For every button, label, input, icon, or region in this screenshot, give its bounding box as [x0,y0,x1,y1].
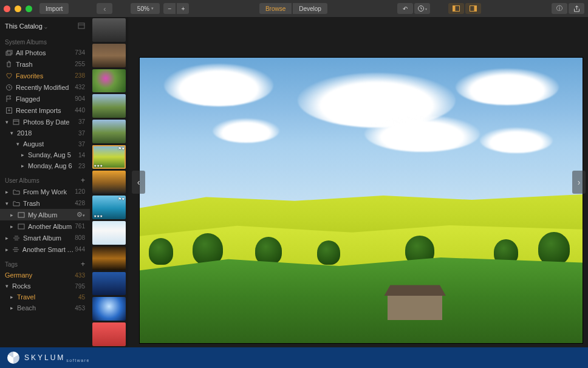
svg-rect-13 [18,213,24,217]
minimize-window[interactable] [15,5,21,12]
sidebar-item-year-2018[interactable]: ▾2018 37 [0,128,90,138]
svg-rect-14 [18,224,24,229]
thumbnail[interactable] [92,120,126,143]
back-button[interactable]: ‹ [97,3,112,14]
heart-icon [5,72,13,80]
tab-develop[interactable]: Develop [293,3,327,14]
sidebar-tag-travel[interactable]: ▸Travel 45 [0,291,90,302]
import-button[interactable]: Import [39,3,69,14]
sidebar-item-photos-by-date[interactable]: ▾Photos By Date 37 [0,116,90,128]
chevron-right-icon: ▸ [5,235,9,241]
smart-icon [12,245,19,253]
sidebar-item-trash[interactable]: Trash 255 [0,58,90,70]
thumbnail[interactable] [92,94,126,118]
catalog-selector[interactable]: This Catalog ⌵ [0,17,90,34]
share-button[interactable] [569,3,584,14]
sidebar-item-month-august[interactable]: ▾August 37 [0,138,90,149]
add-tag-button[interactable]: + [81,260,85,268]
trash-icon [5,60,13,68]
sidebar-tag-germany[interactable]: Germany 433 [0,270,90,281]
image-viewer: ‹ › [128,17,588,347]
thumbnail[interactable] [92,272,126,296]
main-image[interactable] [139,57,583,344]
thumbnail[interactable] [92,18,126,42]
thumbnail[interactable] [92,44,126,67]
thumbnail[interactable] [92,297,126,321]
sidebar-item-another-smart[interactable]: ▸Another Smart A… 944 [0,244,90,255]
thumbnail[interactable] [92,69,126,93]
sidebar-item-from-my-work[interactable]: ▸From My Work 120 [0,186,90,197]
right-panel-toggle[interactable] [465,3,481,14]
brand-name: SKYLUM [24,353,65,362]
right-toolbar-group: ⓘ [552,3,584,14]
sidebar-item-another-album[interactable]: ▸Another Album 761 [0,220,90,232]
left-panel-toggle[interactable] [448,3,464,14]
chevron-down-icon: ▾ [10,130,14,136]
toolbar: Import ‹ 50% ▾ − + Browse Develop ↶ ▾ ⓘ [0,0,588,17]
next-image-button[interactable]: › [572,171,586,194]
sidebar-item-smart-album[interactable]: ▸Smart Album 808 [0,232,90,244]
flag-icon: ⚑ [118,197,121,202]
sidebar-item-all-photos[interactable]: All Photos 734 [0,47,90,58]
zoom-in-button[interactable]: + [177,3,189,14]
rating-stars-icon: ★★★ [94,214,103,218]
footer: SKYLUM software [0,347,588,368]
album-icon [17,211,25,219]
close-window[interactable] [4,5,10,12]
tab-browse[interactable]: Browse [259,3,292,14]
zoom-out-button[interactable]: − [163,3,176,14]
undo-button[interactable]: ↶ [397,3,413,14]
clock-icon [5,83,13,91]
panel-toggles [448,3,481,14]
thumbnail-selected[interactable]: ★★★ ⚑♥ [92,145,126,169]
add-user-album-button[interactable]: + [81,176,85,185]
folder-icon [12,188,20,196]
thumbnail[interactable]: ★★★ ⚑♥ [92,196,126,219]
main-area: This Catalog ⌵ System Albums All Photos … [0,17,588,347]
filmstrip[interactable]: ★★★ ⚑♥ ★★★ ⚑♥ [90,17,128,347]
zoom-dropdown[interactable]: 50% ▾ [131,3,160,14]
chevron-right-icon: ▸ [10,223,14,230]
flag-icon: ⚑ [118,146,121,151]
history-group: ↶ ▾ [397,3,430,14]
sidebar-tag-beach[interactable]: ▸Beach 453 [0,302,90,313]
window-controls [4,5,36,12]
sidebar-tag-rocks[interactable]: ▾Rocks 795 [0,281,90,291]
sidebar-item-day-aug5[interactable]: ▸Sunday, Aug 5 14 [0,149,90,160]
svg-rect-4 [474,6,477,12]
gear-icon[interactable]: ⚙▾ [77,211,85,219]
svg-rect-2 [453,6,456,12]
thumbnail[interactable] [92,247,126,270]
brand-subtitle: software [66,358,89,363]
chevron-right-icon: ▸ [5,247,9,253]
section-user-albums: User Albums + [0,171,90,186]
rating-stars-icon: ★★★ [94,163,103,168]
thumbnail[interactable] [92,221,126,245]
heart-icon: ♥ [122,146,125,151]
panel-right-icon [470,5,477,12]
calendar-icon[interactable] [78,22,85,30]
thumbnail[interactable] [92,171,126,194]
sidebar-item-flagged[interactable]: Flagged 904 [0,93,90,104]
chevron-right-icon: ▸ [21,163,25,169]
sidebar-item-day-aug6[interactable]: ▸Monday, Aug 6 23 [0,160,90,171]
sidebar-item-user-trash[interactable]: ▾Trash 428 [0,197,90,209]
chevron-down-icon: ▾ [16,141,20,147]
brand-logo-icon [7,352,19,364]
sidebar-item-recent-imports[interactable]: Recent Imports 440 [0,104,90,116]
maximize-window[interactable] [26,5,32,12]
sidebar-item-favorites[interactable]: Favorites 238 [0,70,90,81]
svg-rect-5 [78,23,84,29]
calendar-icon [12,118,20,126]
prev-image-button[interactable]: ‹ [132,171,145,194]
svg-rect-8 [7,50,12,54]
sidebar-item-my-album[interactable]: ▸My Album ⚙▾ [0,209,90,220]
thumbnail[interactable] [92,322,126,346]
zoom-steppers: − + [163,3,189,14]
flag-icon [5,95,13,103]
info-button[interactable]: ⓘ [552,3,567,14]
sidebar-item-recently-modified[interactable]: Recently Modified 432 [0,81,90,93]
import-icon [5,106,13,114]
history-button[interactable]: ▾ [414,3,430,14]
section-label: User Albums [5,177,39,184]
